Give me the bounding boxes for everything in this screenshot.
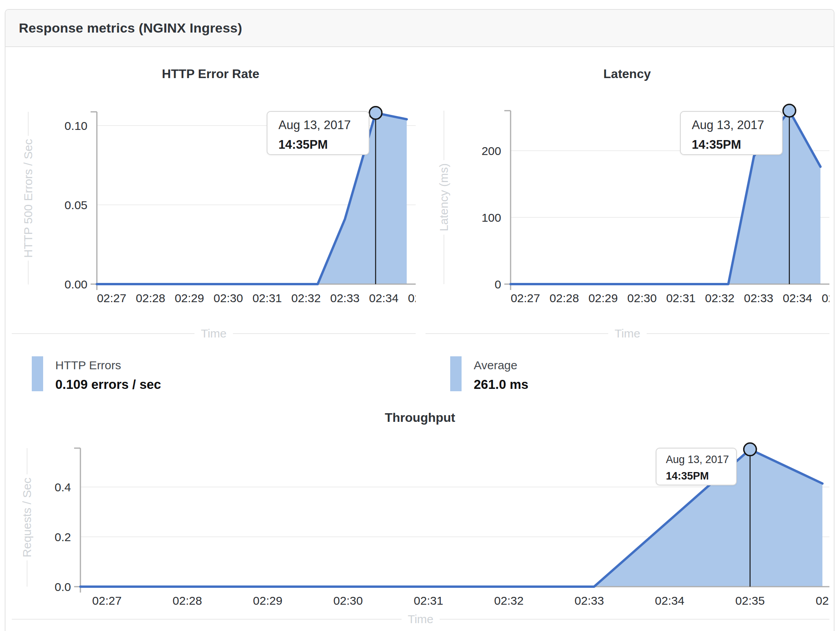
y-axis-rule: [28, 261, 29, 284]
x-axis-label-text: Time: [408, 613, 434, 626]
svg-text:02:31: 02:31: [253, 292, 282, 305]
throughput-chart[interactable]: 0.40.20.002:2702:2802:2902:3002:3102:320…: [5, 404, 829, 624]
tooltip-time: 14:35PM: [666, 470, 736, 482]
svg-text:02:35: 02:35: [822, 292, 829, 305]
legend-value: 0.109 errors / sec: [55, 378, 161, 391]
http-error-rate-chart[interactable]: 0.100.050.0002:2702:2802:2902:3002:3102:…: [5, 39, 416, 314]
svg-text:02:30: 02:30: [333, 594, 363, 607]
svg-text:02:32: 02:32: [705, 292, 735, 305]
latency-y-axis-label: Latency (ms): [435, 111, 453, 284]
svg-text:02:32: 02:32: [291, 292, 321, 305]
y-axis-label-text: HTTP 500 Errors / Sec: [22, 139, 35, 258]
svg-text:02:31: 02:31: [666, 292, 696, 305]
legend-name: HTTP Errors: [55, 359, 161, 371]
svg-text:200: 200: [482, 144, 501, 157]
throughput-tooltip: Aug 13, 2017 14:35PM: [656, 448, 737, 485]
x-axis-rule: [440, 619, 829, 620]
svg-text:02:33: 02:33: [744, 292, 773, 305]
svg-text:100: 100: [482, 211, 501, 224]
y-axis-label-text: Requests / Sec: [20, 478, 34, 557]
svg-text:02:29: 02:29: [588, 292, 618, 305]
svg-text:0.4: 0.4: [55, 481, 71, 494]
y-axis-rule: [28, 112, 29, 136]
x-axis-rule: [233, 333, 416, 334]
average-latency-legend-swatch: [450, 356, 462, 391]
y-axis-rule: [27, 448, 27, 474]
y-axis-rule: [27, 560, 27, 587]
throughput-y-axis-label: Requests / Sec: [18, 448, 36, 587]
svg-text:0.10: 0.10: [65, 119, 87, 132]
y-axis-rule: [444, 111, 444, 160]
svg-text:02:36: 02:36: [816, 594, 829, 607]
x-axis-rule: [12, 619, 402, 620]
tooltip-date: Aug 13, 2017: [666, 454, 736, 466]
svg-text:02:35: 02:35: [408, 292, 416, 305]
y-axis-rule: [444, 235, 444, 284]
latency-tooltip: Aug 13, 2017 14:35PM: [680, 111, 783, 155]
svg-text:0.0: 0.0: [55, 580, 71, 593]
throughput-x-axis-label: Time: [12, 612, 829, 626]
tooltip-date: Aug 13, 2017: [278, 118, 369, 132]
http-error-rate-x-axis-label: Time: [12, 326, 416, 341]
svg-text:02:27: 02:27: [92, 594, 122, 607]
latency-chart[interactable]: 200100002:2702:2802:2902:3002:3102:3202:…: [419, 39, 829, 314]
http-error-rate-tooltip: Aug 13, 2017 14:35PM: [267, 111, 369, 155]
legend-value: 261.0 ms: [474, 378, 528, 391]
tooltip-time: 14:35PM: [692, 138, 782, 152]
x-axis-label-text: Time: [615, 327, 640, 340]
svg-text:0: 0: [495, 278, 501, 291]
x-axis-rule: [647, 333, 829, 334]
svg-text:0.00: 0.00: [65, 278, 87, 291]
svg-text:0.05: 0.05: [65, 199, 87, 212]
svg-text:02:34: 02:34: [655, 594, 684, 607]
svg-text:02:34: 02:34: [369, 292, 398, 305]
latency-x-axis-label: Time: [425, 326, 829, 341]
http-error-rate-y-axis-label: HTTP 500 Errors / Sec: [20, 112, 37, 284]
svg-text:02:30: 02:30: [214, 292, 243, 305]
svg-text:0.2: 0.2: [55, 531, 71, 543]
x-axis-rule: [12, 333, 195, 334]
http-errors-legend: HTTP Errors 0.109 errors / sec: [32, 356, 161, 391]
svg-text:02:28: 02:28: [173, 594, 202, 607]
x-axis-rule: [425, 333, 608, 334]
svg-text:02:27: 02:27: [511, 292, 540, 305]
http-errors-legend-swatch: [32, 356, 43, 391]
tooltip-date: Aug 13, 2017: [692, 118, 782, 132]
y-axis-label-text: Latency (ms): [437, 163, 451, 231]
svg-text:02:28: 02:28: [549, 292, 579, 305]
svg-text:02:31: 02:31: [414, 594, 443, 607]
svg-text:02:30: 02:30: [627, 292, 657, 305]
svg-text:02:35: 02:35: [735, 594, 765, 607]
x-axis-label-text: Time: [201, 327, 227, 340]
svg-text:02:29: 02:29: [253, 594, 282, 607]
tooltip-time: 14:35PM: [278, 138, 369, 152]
svg-text:02:27: 02:27: [97, 292, 126, 305]
svg-text:02:34: 02:34: [783, 292, 812, 305]
svg-text:02:33: 02:33: [575, 594, 604, 607]
legend-name: Average: [474, 359, 528, 371]
svg-text:02:28: 02:28: [136, 292, 165, 305]
average-latency-legend: Average 261.0 ms: [450, 356, 528, 391]
svg-text:02:32: 02:32: [494, 594, 524, 607]
svg-text:02:33: 02:33: [330, 292, 360, 305]
svg-text:02:29: 02:29: [175, 292, 204, 305]
